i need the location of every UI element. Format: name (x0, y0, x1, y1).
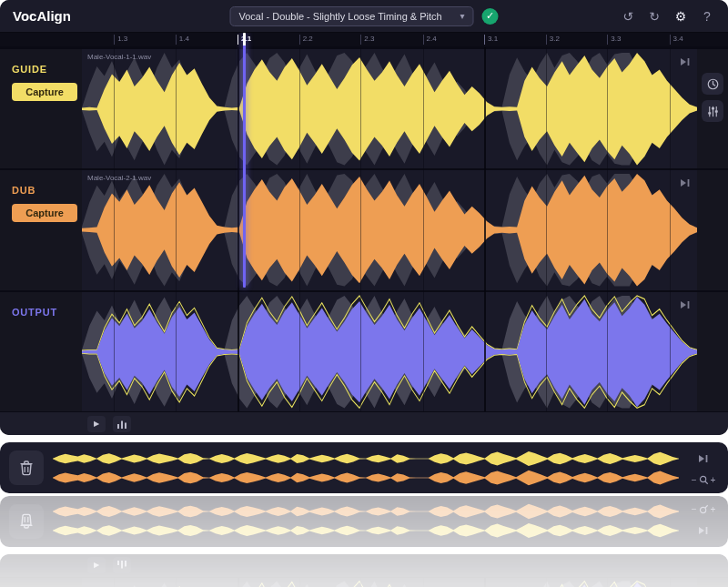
output-track-header: OUTPUT (0, 292, 82, 411)
dub-track-flag-icon[interactable] (680, 175, 691, 191)
chevron-down-icon: ▾ (460, 11, 464, 21)
ruler-tick: 3.1 (484, 35, 498, 45)
guide-capture-button[interactable]: Capture (12, 83, 77, 101)
guide-track-header: GUIDE Capture (0, 49, 82, 168)
ruler-tick: 2.3 (360, 35, 374, 45)
titlebar-actions: ↺ ↻ ⚙ ? (620, 10, 715, 23)
magnifier-icon (699, 475, 709, 485)
overview-right-controls: − + (688, 450, 719, 486)
main-window: VocAlign Vocal - Double - Slightly Loose… (0, 0, 728, 435)
app-logo: VocAlign (13, 8, 71, 24)
zoom-in-button[interactable]: + (711, 475, 716, 485)
output-track-label: OUTPUT (12, 307, 82, 318)
meter-display-button[interactable] (113, 416, 131, 432)
zoom-out-button[interactable]: − (692, 475, 697, 485)
trash-icon (19, 460, 34, 476)
sliders-icon (706, 105, 720, 118)
side-rail (700, 73, 725, 122)
ruler-scale[interactable]: 1.31.42.12.22.32.43.13.23.33.4 (82, 33, 697, 46)
undo-button[interactable]: ↺ (620, 10, 636, 23)
ruler-tick: 1.3 (114, 35, 127, 45)
output-track-right-margin (697, 292, 728, 411)
overview-minimap[interactable] (53, 450, 679, 486)
preset-dropdown-value: Vocal - Double - Slightly Loose Timing &… (239, 11, 442, 22)
dub-waveform (82, 170, 697, 289)
preset-applied-check-icon: ✓ (482, 8, 499, 25)
overview-flag-icon[interactable] (698, 450, 709, 467)
guide-waveform-lane[interactable]: Male-Vocal-1-1.wav (82, 49, 697, 168)
guide-track-flag-icon[interactable] (680, 54, 691, 70)
bar-meter-icon (116, 420, 127, 429)
output-waveform-lane[interactable] (82, 292, 697, 411)
track-area: GUIDE Capture Male-Vocal-1-1.wav DUB (0, 47, 728, 411)
output-waveform (82, 292, 697, 411)
dub-filename: Male-Vocal-2-1.wav (87, 174, 151, 182)
adjustments-button[interactable] (702, 100, 723, 122)
help-button[interactable]: ? (699, 10, 715, 23)
timeline-ruler: 1.31.42.12.22.32.43.13.23.33.4 (0, 33, 728, 47)
ruler-tick: 3.4 (670, 35, 683, 45)
dub-track: DUB Capture Male-Vocal-2-1.wav (0, 168, 728, 289)
overview-guide-waveform (53, 450, 679, 467)
history-button[interactable] (702, 73, 723, 95)
guide-filename: Male-Vocal-1-1.wav (87, 53, 151, 61)
dub-track-header: DUB Capture (0, 170, 82, 289)
overview-panel: − + (0, 442, 728, 493)
dub-capture-button[interactable]: Capture (12, 204, 77, 222)
guide-track: GUIDE Capture Male-Vocal-1-1.wav (0, 47, 728, 168)
ruler-tick: 2.4 (423, 35, 437, 45)
ruler-tick: 3.2 (546, 35, 560, 45)
workspace: 1.31.42.12.22.32.43.13.23.33.4 GUIDE Cap… (0, 33, 728, 435)
redo-button[interactable]: ↻ (646, 10, 662, 23)
playhead[interactable] (243, 33, 246, 288)
delete-button[interactable] (9, 450, 44, 485)
title-bar: VocAlign Vocal - Double - Slightly Loose… (0, 0, 728, 33)
zoom-control: − + (692, 475, 716, 485)
preset-group: Vocal - Double - Slightly Loose Timing &… (230, 6, 499, 26)
transport-strip: ▶ (0, 411, 728, 435)
dub-track-right-margin (697, 170, 728, 289)
play-button[interactable]: ▶ (87, 416, 106, 432)
output-track-flag-icon[interactable] (680, 297, 691, 313)
ruler-tick: 2.2 (299, 35, 313, 45)
preset-dropdown[interactable]: Vocal - Double - Slightly Loose Timing &… (230, 6, 474, 26)
output-track: OUTPUT (0, 290, 728, 411)
dub-track-label: DUB (12, 185, 82, 196)
guide-track-label: GUIDE (12, 64, 82, 75)
history-clock-icon (706, 77, 720, 91)
guide-waveform (82, 49, 697, 168)
overview-dub-waveform (53, 470, 679, 486)
settings-gear-button[interactable]: ⚙ (672, 10, 689, 23)
ruler-tick: 1.4 (176, 35, 189, 45)
ruler-tick: 3.3 (607, 35, 621, 45)
dub-waveform-lane[interactable]: Male-Vocal-2-1.wav (82, 170, 697, 289)
vocalign-app: VocAlign Vocal - Double - Slightly Loose… (0, 0, 728, 493)
